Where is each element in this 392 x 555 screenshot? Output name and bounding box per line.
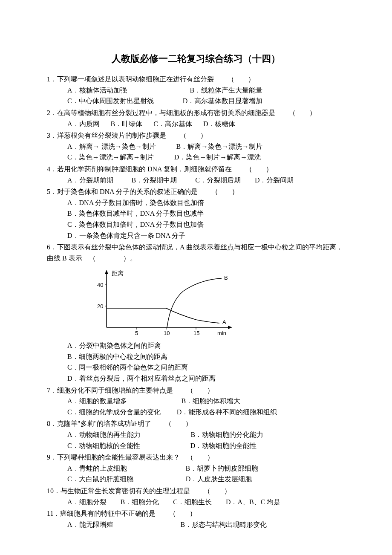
q3-opt-b: B．解离→染色→漂洗→制片	[176, 143, 263, 150]
xtick-10: 10	[164, 330, 170, 336]
q10-opt-a: A．细胞分裂	[67, 498, 107, 506]
q2-stem: 2．在高等植物细胞有丝分裂过程中，与细胞板的形成有密切关系的细胞器是 （ ）	[47, 107, 345, 119]
question-7: 7．细胞分化不同于细胞增殖的主要特点是 （ ） A．细胞的数量增多 B．细胞的体…	[47, 385, 345, 418]
q9-opt-c: C．大白鼠的肝脏细胞	[67, 475, 133, 483]
q8-opt-b: B．动物细胞的分化能力	[191, 431, 264, 438]
svg-marker-3	[228, 326, 232, 329]
q9-stem: 9．下列哪种细胞的全能性最容易表达出来？ （ ）	[47, 452, 345, 463]
q8-opt-d: D．动物细胞的全能性	[190, 442, 257, 449]
question-3: 3．洋葱根尖有丝分裂装片的制作步骤是 （ ） A．解离→ 漂洗→染色→制片 B．…	[47, 130, 345, 163]
q7-opt-d: D．能形成各种不同的细胞和组织	[177, 408, 277, 416]
question-11: 11．癌细胞具有的特征中不正确的是 （ ） A．能无限增殖 B．形态与结构出现畸…	[47, 508, 345, 530]
x-axis-label: min	[217, 330, 226, 336]
q4-opt-b: B．分裂期中期	[132, 176, 177, 184]
question-4: 4．若用化学药剂抑制肿瘤细胞的 DNA 复制，则细胞就停留在 （ ） A．分裂期…	[47, 164, 345, 185]
q1-opt-b: B．线粒体产生大量能量	[190, 87, 263, 94]
q11-opt-a: A．能无限增殖	[67, 521, 113, 528]
xtick-5: 5	[135, 330, 138, 336]
q6-opt-a: A．分裂中期染色体之间的距离	[67, 340, 345, 351]
xtick-15: 15	[193, 330, 199, 336]
q3-stem: 3．洋葱根尖有丝分裂装片的制作步骤是 （ ）	[47, 130, 345, 141]
q2-opt-b: B．叶绿体	[111, 120, 143, 127]
chart-svg: 20 40 距离 5 10 15 min A B	[85, 268, 239, 340]
series-a-label: A	[222, 319, 226, 325]
q1-stem: 1．下列哪一项叙述足以表明动物细胞正在进行有丝分裂 （ ）	[47, 74, 345, 85]
question-10: 10．与生物正常生长发育密切有关的生理过程是 （ ） A．细胞分裂 B．细胞分化…	[47, 486, 345, 507]
q8-opt-c: C．动物细胞核的全能性	[67, 442, 140, 449]
q9-opt-b: B．胡萝卜的韧皮部细胞	[186, 465, 259, 472]
question-5: 5．对于染色体和 DNA 分子的关系的叙述正确的是 （ ） A．DNA 分子数目…	[47, 186, 345, 241]
q1-row2: C．中心体周围发射出星射线 D．高尔基体数目显著增加	[67, 95, 345, 107]
q2-opt-d: D．核糖体	[203, 120, 236, 127]
q6-opt-c: C．同一极相邻的两个染色体之间的距离	[67, 362, 345, 373]
q4-opt-c: C．分裂期后期	[195, 176, 241, 184]
q8-stem: 8．克隆羊"多莉"的培养成功证明了 （ ）	[47, 418, 345, 429]
question-2: 2．在高等植物细胞有丝分裂过程中，与细胞板的形成有密切关系的细胞器是 （ ） A…	[47, 107, 345, 129]
q6-stem: 6．下图表示有丝分裂中染色体的运动情况，A 曲线表示着丝点与相应一极中心粒之间的…	[47, 242, 345, 263]
q6-chart: 20 40 距离 5 10 15 min A B	[47, 263, 345, 340]
q6-opt-d: D．着丝点分裂后，两个相对应着丝点之间的距离	[67, 373, 345, 384]
q7-stem: 7．细胞分化不同于细胞增殖的主要特点是 （ ）	[47, 385, 345, 396]
q7-opt-c: C．细胞的化学成分含量的变化	[67, 408, 161, 416]
q10-stem: 10．与生物正常生长发育密切有关的生理过程是 （ ）	[47, 486, 345, 497]
q8-opt-a: A．动物细胞的再生能力	[67, 431, 141, 438]
q3-opt-a: A．解离→ 漂洗→染色→制片	[67, 143, 156, 150]
question-9: 9．下列哪种细胞的全能性最容易表达出来？ （ ） A．青蛙的上皮细胞 B．胡萝卜…	[47, 452, 345, 485]
q2-opt-a: A．内质网	[67, 120, 100, 127]
q4-opt-d: D．分裂间期	[255, 176, 294, 184]
q7-opt-a: A．细胞的数量增多	[67, 397, 127, 405]
ytick-20: 20	[97, 303, 103, 309]
q3-opt-c: C．染色→漂洗→解离→制片	[67, 153, 154, 161]
y-axis-label: 距离	[112, 270, 124, 277]
q1-opt-d: D．高尔基体数目显著增加	[183, 97, 263, 104]
q9-opt-d: D．人皮肤生发层细胞	[186, 475, 252, 483]
question-1: 1．下列哪一项叙述足以表明动物细胞正在进行有丝分裂 （ ） A．核糖体活动加强 …	[47, 74, 345, 107]
q11-opt-b: B．形态与结构出现畸形变化	[181, 521, 267, 528]
question-8: 8．克隆羊"多莉"的培养成功证明了 （ ） A．动物细胞的再生能力 B．动物细胞…	[47, 418, 345, 451]
q5-opt-c: C．染色体数目加倍时，DNA 分子数目也加倍	[67, 219, 345, 230]
page-title: 人教版必修一二轮复习综合练习（十四）	[47, 51, 345, 66]
q4-stem: 4．若用化学药剂抑制肿瘤细胞的 DNA 复制，则细胞就停留在 （ ）	[47, 164, 345, 175]
q5-opt-d: D．一条染色体肯定只含一条 DNA 分子	[67, 230, 345, 241]
q2-opt-c: C．高尔基体	[153, 120, 192, 127]
ytick-40: 40	[97, 282, 103, 288]
q1-opt-c: C．中心体周围发射出星射线	[67, 97, 154, 104]
q11-stem: 11．癌细胞具有的特征中不正确的是 （ ）	[47, 508, 345, 519]
q10-opt-b: B．细胞分化	[121, 498, 159, 506]
q5-opt-b: B．染色体数目减半时，DNA 分子数目也减半	[67, 208, 345, 219]
q1-opt-a: A．核糖体活动加强	[67, 87, 127, 94]
q1-row1: A．核糖体活动加强 B．线粒体产生大量能量	[67, 85, 345, 96]
q9-opt-a: A．青蛙的上皮细胞	[67, 465, 127, 472]
q3-opt-d: D．染色→制片→解离→漂洗	[174, 153, 261, 161]
svg-marker-1	[105, 270, 108, 274]
series-b-label: B	[224, 275, 228, 281]
q4-opt-a: A．分裂期前期	[67, 176, 113, 184]
q5-opt-a: A．DNA 分子数目加倍时，染色体数目也加倍	[67, 197, 345, 208]
q10-opt-d: D．A、B、C 均是	[226, 498, 280, 506]
q10-opt-c: C．细胞生长	[173, 498, 212, 506]
q6-opt-b: B．细胞两极的中心粒之间的距离	[67, 351, 345, 362]
question-6: 6．下图表示有丝分裂中染色体的运动情况，A 曲线表示着丝点与相应一极中心粒之间的…	[47, 242, 345, 384]
q5-stem: 5．对于染色体和 DNA 分子的关系的叙述正确的是 （ ）	[47, 186, 345, 197]
q7-opt-b: B．细胞的体积增大	[182, 397, 241, 405]
